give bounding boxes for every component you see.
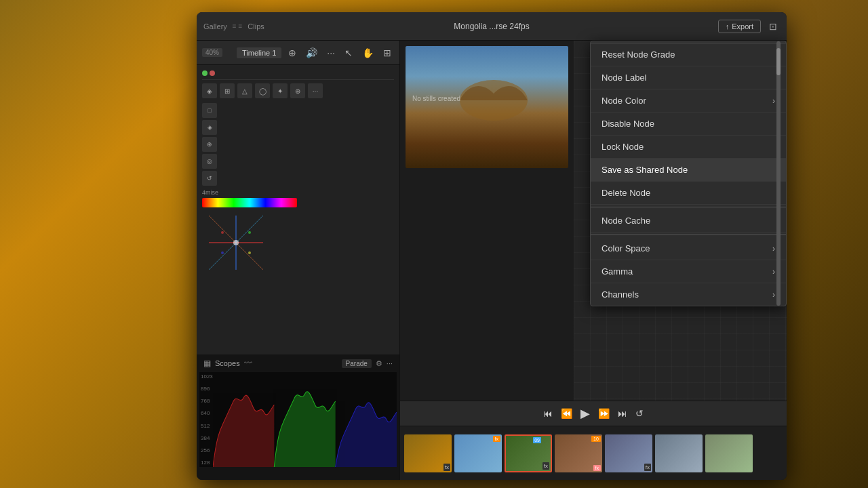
scopes-header: ▦ Scopes 〰 Parade ⚙ ··· [199, 357, 397, 369]
menu-item-gamma[interactable]: Gamma › [591, 260, 786, 283]
tool-btn-1[interactable]: ◈ [202, 83, 217, 98]
vert-tool-4[interactable]: ◎ [202, 154, 217, 169]
color-wheel-icon[interactable]: ⊕ [285, 46, 299, 60]
scrollbar-thumb [776, 48, 781, 75]
menu-item-reset-node-grade[interactable]: Reset Node Grade [591, 43, 786, 66]
scope-settings-btn[interactable]: ⚙ [376, 359, 382, 368]
audio-icon[interactable]: 🔊 [303, 46, 320, 60]
red-dot [210, 70, 215, 76]
chevron-right-icon-4: › [772, 290, 775, 300]
4mise-label: 4mise [202, 189, 394, 196]
clip-thumb-4[interactable]: fx 10 [555, 434, 602, 472]
tool-btn-7[interactable]: ··· [308, 83, 323, 98]
vert-tool-3[interactable]: ⊕ [202, 137, 217, 152]
menu-item-save-shared-node[interactable]: Save as Shared Node [591, 159, 786, 182]
clip-thumb-7[interactable] [705, 434, 753, 472]
parade-label: Parade [342, 359, 372, 368]
export-button[interactable]: ↑ Export [718, 20, 761, 33]
top-bar-left: Gallery ≡ ≡ Clips [203, 22, 264, 30]
transport-bar: ⏮ ⏪ ▶ ⏩ ⏭ ↺ [400, 401, 787, 426]
menu-item-delete-node[interactable]: Delete Node [591, 182, 786, 205]
clip-thumb-3-selected[interactable]: fx 09 [505, 434, 552, 472]
loop-button[interactable]: ↺ [635, 408, 644, 419]
scopes-title: Scopes [215, 359, 240, 367]
tool-btn-5[interactable]: ✦ [273, 83, 288, 98]
fx-badge-5: fx [644, 464, 651, 471]
step-back-button[interactable]: ⏪ [561, 408, 572, 419]
fx-badge-3: fx [542, 462, 549, 470]
menu-item-node-cache[interactable]: Node Cache [591, 209, 786, 232]
clip-thumb-1[interactable]: fx [404, 434, 452, 472]
number-badge-2: 10 [591, 436, 601, 442]
tool-btn-6[interactable]: ⊕ [290, 83, 305, 98]
color-cross-viz [202, 212, 270, 273]
divider [202, 79, 394, 80]
vert-tool-1[interactable]: □ [202, 103, 217, 118]
chevron-right-icon-3: › [772, 267, 775, 277]
timeline-label: Timeline 1 [237, 47, 281, 58]
scopes-panel: ▦ Scopes 〰 Parade ⚙ ··· 1023 896 [197, 354, 399, 480]
chevron-right-icon-2: › [772, 244, 775, 253]
vert-tool-5[interactable]: ↺ [202, 171, 217, 186]
more-options-button[interactable]: ··· [324, 46, 338, 60]
fx-badge-1: fx [443, 464, 450, 471]
top-bar: Gallery ≡ ≡ Clips Mongolia ...rse 24fps … [197, 12, 787, 41]
menu-item-node-label[interactable]: Node Label [591, 66, 786, 89]
clip-count: ≡ ≡ [233, 22, 242, 30]
main-area: 40% Timeline 1 ⊕ 🔊 ··· ↖ ✋ ⊞ [197, 41, 787, 480]
play-button[interactable]: ▶ [580, 406, 590, 421]
tool-btn-2[interactable]: ⊞ [220, 83, 235, 98]
eagle-svg [406, 46, 568, 168]
vert-tool-2[interactable]: ◈ [202, 120, 217, 135]
select-tool[interactable]: ⊞ [380, 46, 394, 60]
cursor-tool[interactable]: ↖ [342, 46, 355, 60]
clip-thumb-6[interactable] [655, 434, 703, 472]
scope-graph: 1023 896 768 640 512 384 256 128 [199, 372, 397, 467]
number-badge: 09 [533, 437, 541, 443]
timeline-area: ⏮ ⏪ ▶ ⏩ ⏭ ↺ fx fx fx [400, 401, 787, 480]
app-container: Gallery ≡ ≡ Clips Mongolia ...rse 24fps … [197, 12, 787, 480]
export-icon: ↑ [726, 22, 730, 30]
bar-chart-icon: ▦ [203, 359, 211, 368]
video-preview: No stills created [406, 46, 568, 168]
gallery-label: Gallery [203, 22, 227, 30]
menu-item-color-space[interactable]: Color Space › [591, 237, 786, 260]
step-forward-button[interactable]: ⏩ [598, 408, 610, 419]
waveform-icon: 〰 [244, 359, 252, 368]
menu-item-channels[interactable]: Channels › [591, 283, 786, 306]
svg-point-7 [221, 251, 224, 254]
scrollbar-track [776, 41, 781, 306]
svg-point-4 [233, 240, 239, 245]
menu-item-node-color[interactable]: Node Color › [591, 89, 786, 113]
svg-point-8 [248, 251, 251, 254]
top-bar-right: ↑ Export ⊡ [718, 20, 780, 33]
waveform-svg [213, 372, 397, 467]
skip-forward-button[interactable]: ⏭ [618, 408, 627, 419]
context-menu: Reset Node Grade Node Label Node Color ›… [590, 41, 787, 306]
fx-badge-4: fx [593, 465, 601, 471]
video-frame [406, 46, 568, 168]
rainbow-bar [202, 198, 297, 207]
fullscreen-button[interactable]: ⊡ [766, 20, 780, 33]
fx-badge-2: fx [493, 436, 500, 442]
hand-tool[interactable]: ✋ [359, 46, 376, 60]
zoom-level: 40% [202, 48, 222, 57]
clip-thumb-5[interactable]: fx [605, 434, 652, 472]
menu-item-lock-node[interactable]: Lock Node [591, 136, 786, 159]
menu-divider [591, 207, 786, 207]
clip-thumb-2[interactable]: fx [454, 434, 502, 472]
color-tools-panel: ◈ ⊞ △ ◯ ✦ ⊕ ··· □ ◈ ⊕ ◎ ↺ [197, 65, 399, 354]
skip-back-button[interactable]: ⏮ [543, 408, 553, 419]
preview-node-area: No stills created 01 [400, 41, 787, 401]
timeline-strip: fx fx fx 09 fx 10 fx [400, 426, 787, 480]
chevron-right-icon: › [772, 96, 775, 106]
menu-item-disable-node[interactable]: Disable Node [591, 113, 786, 136]
tool-btn-3[interactable]: △ [237, 83, 252, 98]
tool-btn-4[interactable]: ◯ [255, 83, 270, 98]
app-title: Mongolia ...rse 24fps [454, 22, 529, 31]
scope-more-btn[interactable]: ··· [387, 359, 393, 367]
left-panel: 40% Timeline 1 ⊕ 🔊 ··· ↖ ✋ ⊞ [197, 41, 400, 480]
secondary-toolbar: 40% Timeline 1 ⊕ 🔊 ··· ↖ ✋ ⊞ [197, 41, 399, 65]
menu-divider-2 [591, 235, 786, 235]
scope-y-axis: 1023 896 768 640 512 384 256 128 [201, 372, 213, 467]
